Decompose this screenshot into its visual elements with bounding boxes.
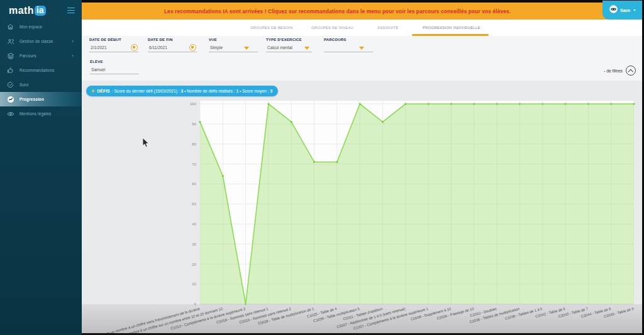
robot-avatar-icon: [609, 4, 618, 16]
filter-type-exercice: TYPE D'EXERCICE Calcul mental: [266, 38, 312, 52]
chevron-up-circle-icon[interactable]: [626, 65, 636, 76]
chart-area: ★ DÉFIS : Score du dernier défi (15/03/2…: [82, 81, 642, 333]
calendar-icon[interactable]: [189, 44, 196, 51]
progress-chart: 0102030405060708090100Additionner un nom…: [82, 98, 642, 333]
tab-groupes-de-besoin[interactable]: GROUPES DE BESOIN: [250, 26, 292, 30]
chevron-down-icon: [359, 47, 364, 50]
svg-text:50: 50: [192, 202, 196, 206]
filter-vue: VUE Simple: [209, 38, 258, 52]
sidebar-item-label: Mentions légales: [19, 111, 51, 116]
user-badge[interactable]: Sam: [602, 1, 642, 20]
sidebar-item-label: Parcours: [19, 54, 36, 58]
svg-text:10: 10: [192, 281, 196, 286]
notification-banner: Les recommandations IA sont arrivées ! C…: [82, 3, 642, 20]
filter-eleve: ÉLÈVE Samuel: [90, 60, 139, 74]
eleve-input[interactable]: Samuel: [90, 66, 139, 74]
layers-icon: [6, 52, 14, 60]
chevron-down-icon: [244, 47, 249, 50]
sidebar-item-mon-espace[interactable]: Mon espace: [0, 20, 82, 34]
logo: math ia: [9, 4, 75, 17]
filter-label: PARCOURS: [324, 38, 373, 42]
sidebar-item-label: Suivi: [19, 82, 29, 87]
eye-icon: [6, 110, 14, 118]
parcours-select[interactable]: [324, 44, 373, 52]
vue-select[interactable]: Simple: [209, 44, 258, 52]
svg-text:40: 40: [192, 222, 196, 226]
main-content: Les recommandations IA sont arrivées ! C…: [82, 0, 642, 335]
home-icon: [6, 23, 14, 31]
sidebar-item-progression[interactable]: Progression: [0, 92, 82, 106]
sidebar: math ia Mon espace Gestion de classe ›: [0, 0, 82, 335]
tab-groupes-de-niveau[interactable]: GROUPES DE NIVEAU: [311, 26, 353, 30]
sidebar-item-gestion-de-classe[interactable]: Gestion de classe ›: [0, 34, 82, 48]
sidebar-item-suivi[interactable]: Suivi: [0, 77, 82, 92]
users-icon: [6, 37, 14, 45]
date-debut-input[interactable]: 2/1/2021: [89, 44, 138, 52]
filter-label: VUE: [209, 38, 258, 42]
sidebar-item-label: Gestion de classe: [19, 39, 53, 43]
screen-edge: [82, 0, 644, 3]
sidebar-item-mentions-legales[interactable]: Mentions légales: [0, 106, 82, 121]
sidebar-item-label: Progression: [19, 97, 44, 101]
logo-text: math: [9, 5, 34, 16]
svg-text:0: 0: [194, 302, 197, 306]
progression-icon: [6, 95, 14, 103]
defis-summary-pill: ★ DÉFIS : Score du dernier défi (15/03/2…: [86, 86, 278, 96]
menu-icon[interactable]: [67, 8, 75, 14]
svg-text:70: 70: [192, 162, 196, 166]
calendar-icon[interactable]: [131, 44, 138, 51]
chevron-right-icon: ›: [72, 38, 74, 44]
star-icon: ★: [91, 89, 95, 94]
svg-text:80: 80: [192, 142, 196, 146]
mouse-cursor: [142, 137, 150, 148]
chart-svg: 0102030405060708090100Additionner un nom…: [82, 98, 642, 333]
filter-date-fin: DATE DE FIN 6/11/2021: [148, 38, 197, 52]
sidebar-nav: Mon espace Gestion de classe › Parcours …: [0, 20, 82, 121]
filter-label: TYPE D'EXERCICE: [266, 38, 312, 42]
less-filters-toggle[interactable]: - de filtres: [604, 65, 636, 76]
thumbs-up-icon: [6, 66, 14, 74]
sidebar-item-parcours[interactable]: Parcours ›: [0, 48, 82, 63]
sidebar-item-label: Mon espace: [19, 25, 42, 29]
filter-label: DATE DE DÉBUT: [89, 38, 138, 42]
app-window: math ia Mon espace Gestion de classe ›: [0, 0, 644, 335]
svg-text:100: 100: [190, 101, 197, 106]
sidebar-item-recommandations[interactable]: Recommandations: [0, 63, 82, 77]
filter-label: ÉLÈVE: [90, 60, 139, 64]
banner-text: Les recommandations IA sont arrivées ! C…: [164, 8, 511, 14]
logo-ia-badge: ia: [35, 6, 46, 16]
tab-progression-individuelle[interactable]: PROGRESSION INDIVIDUELLE: [423, 26, 480, 30]
user-name: Sam: [620, 8, 630, 13]
chevron-down-icon: [304, 47, 309, 50]
tab-assiduite[interactable]: ASSIDUITÉ: [377, 26, 398, 30]
tab-bar: GROUPES DE BESOIN GROUPES DE NIVEAU ASSI…: [82, 20, 642, 36]
type-exercice-select[interactable]: Calcul mental: [266, 44, 312, 52]
svg-text:60: 60: [192, 181, 196, 186]
filter-label: DATE DE FIN: [148, 38, 197, 42]
filter-date-debut: DATE DE DÉBUT 2/1/2021: [89, 38, 138, 52]
sidebar-item-label: Recommandations: [19, 68, 55, 72]
svg-text:20: 20: [192, 262, 196, 266]
chevron-right-icon: ›: [72, 53, 74, 59]
check-circle-icon: [6, 81, 14, 89]
svg-text:90: 90: [192, 122, 196, 126]
filter-parcours: PARCOURS: [324, 38, 373, 52]
filters-panel: DATE DE DÉBUT 2/1/2021 DATE DE FIN 6/11/…: [82, 36, 642, 81]
date-fin-input[interactable]: 6/11/2021: [148, 44, 197, 52]
svg-text:30: 30: [192, 242, 196, 246]
chevron-down-icon: [633, 9, 636, 11]
defis-summary-text: : Score du dernier défi (15/03/2021) : 3…: [112, 89, 272, 93]
